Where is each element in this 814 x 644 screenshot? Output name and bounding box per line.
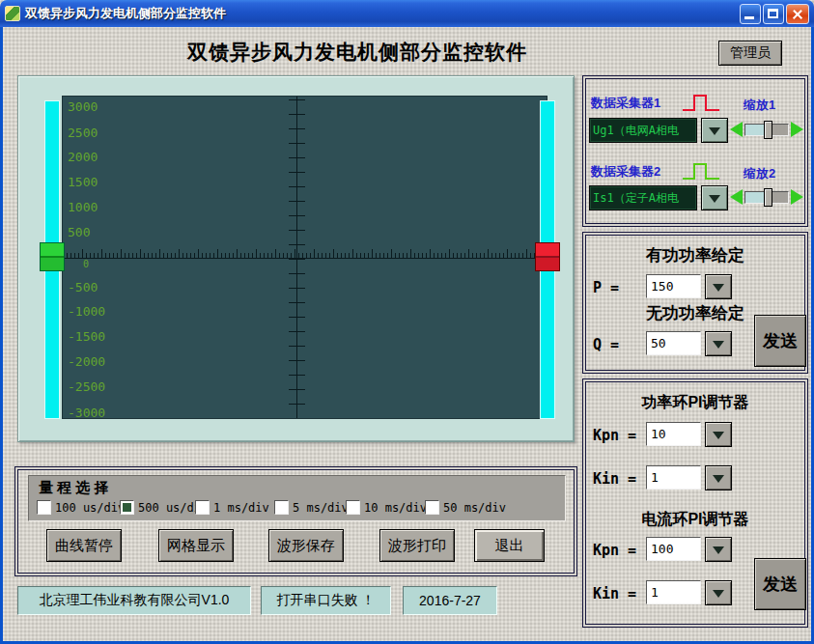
zoom1-label: 缩放1 [744, 97, 775, 114]
oscilloscope-panel: 3000 2500 2000 1500 1000 500 -500 -1000 … [17, 75, 575, 442]
zoom2-slider-handle[interactable] [764, 188, 772, 207]
y-axis-center-line [296, 97, 297, 418]
date-field: 2016-7-27 [403, 586, 497, 615]
zoom2-label: 缩放2 [744, 165, 775, 182]
print-waveform-button[interactable]: 波形打印 [379, 529, 455, 562]
y-axis-label: 2000 [68, 150, 98, 164]
chevron-down-icon [709, 127, 720, 141]
power-loop-title: 功率环PI调节器 [583, 393, 807, 413]
kpn2-dropdown-button[interactable] [705, 537, 732, 562]
kin2-dropdown-button[interactable] [705, 580, 732, 605]
company-version-field: 北京理工伟业科教有限公司V1.0 [17, 586, 251, 615]
kpn2-value-field[interactable]: 100 [646, 537, 701, 561]
p-label: P = [593, 279, 619, 296]
zoom2-slider-track[interactable] [744, 191, 789, 204]
pulse-icon-red [680, 90, 722, 115]
zoom2-decrease-arrow-icon[interactable] [722, 189, 743, 205]
kin1-dropdown-button[interactable] [705, 465, 732, 490]
y-axis-label: -3000 [68, 406, 105, 418]
zoom2-slider[interactable] [722, 189, 811, 205]
close-button[interactable] [786, 4, 809, 24]
channel1-select[interactable]: Ug1（电网A相电 [589, 118, 697, 143]
zoom1-slider-handle[interactable] [764, 121, 772, 139]
scope-plot-area: 3000 2500 2000 1500 1000 500 -500 -1000 … [62, 96, 547, 419]
p-dropdown-button[interactable] [705, 274, 732, 299]
kpn1-label: Kpn = [593, 427, 636, 444]
power-send-button[interactable]: 发送 [754, 315, 806, 367]
current-loop-title: 电流环PI调节器 [583, 510, 807, 530]
range-select-panel: 量 程 选 择 100 us/div 500 us/div 1 ms/div 5… [14, 466, 577, 576]
kin2-label: Kin = [593, 585, 636, 602]
maximize-icon [768, 9, 778, 18]
pi-send-button[interactable]: 发送 [754, 558, 806, 610]
window-border-left [0, 25, 3, 644]
y-axis-label: 500 [68, 225, 90, 239]
checkbox-icon[interactable] [346, 500, 360, 515]
range-option-1ms[interactable]: 1 ms/div [195, 500, 269, 515]
left-offset-slider-handle[interactable] [40, 242, 65, 271]
y-axis-label: -1500 [68, 329, 105, 344]
chevron-down-icon [713, 590, 724, 603]
collector1-label: 数据采集器1 [591, 95, 660, 112]
chevron-down-icon [713, 546, 724, 560]
zoom1-increase-arrow-icon[interactable] [791, 122, 811, 137]
power-setpoint-panel: 有功功率给定 P = 150 无功功率给定 Q = 50 发送 [582, 232, 808, 374]
pause-curve-button[interactable]: 曲线暂停 [46, 529, 122, 562]
save-waveform-button[interactable]: 波形保存 [268, 529, 344, 562]
chevron-down-icon [713, 432, 724, 445]
kpn1-value-field[interactable]: 10 [646, 422, 701, 446]
kin1-label: Kin = [593, 470, 636, 488]
chevron-down-icon [713, 284, 724, 297]
channel2-select[interactable]: Is1（定子A相电 [589, 185, 697, 210]
range-inset-panel: 量 程 选 择 100 us/div 500 us/div 1 ms/div 5… [28, 475, 566, 521]
range-title: 量 程 选 择 [39, 479, 109, 497]
data-acquisition-panel: 数据采集器1 缩放1 Ug1（电网A相电 数据采集器2 缩放2 Is1（定子A相… [582, 75, 808, 227]
window-title: 双馈异步风力发电机侧部分监控软件 [25, 5, 738, 22]
exit-button[interactable]: 退出 [474, 529, 545, 562]
pulse-icon-green [680, 158, 722, 183]
range-option-50ms[interactable]: 50 ms/div [425, 500, 506, 515]
y-axis-zero-label: 0 [83, 259, 89, 269]
y-axis-label: 3000 [68, 99, 98, 114]
checkbox-icon[interactable] [274, 500, 289, 515]
zoom1-slider-track[interactable] [744, 124, 789, 136]
maximize-button[interactable] [763, 4, 784, 24]
checkbox-icon[interactable] [195, 500, 210, 515]
chevron-down-icon [709, 195, 720, 209]
y-axis-label: -1000 [68, 304, 105, 319]
collector2-label: 数据采集器2 [591, 163, 660, 181]
range-option-10ms[interactable]: 10 ms/div [346, 500, 427, 515]
minimize-icon [744, 16, 754, 19]
y-axis-label: -500 [68, 280, 98, 294]
q-dropdown-button[interactable] [705, 331, 732, 356]
chevron-down-icon [713, 475, 724, 489]
admin-button[interactable]: 管理员 [718, 41, 782, 66]
right-offset-slider-handle[interactable] [535, 242, 560, 271]
zoom1-decrease-arrow-icon[interactable] [722, 122, 743, 137]
minimize-button[interactable] [740, 4, 761, 24]
chevron-down-icon [713, 341, 724, 354]
zoom2-increase-arrow-icon[interactable] [791, 189, 811, 205]
range-option-100us[interactable]: 100 us/div [37, 500, 125, 515]
y-axis-label: 1000 [68, 200, 98, 214]
checkbox-icon[interactable] [37, 500, 51, 515]
p-value-field[interactable]: 150 [646, 274, 701, 298]
checkbox-icon[interactable] [120, 500, 134, 515]
app-window: 双馈异步风力发电机侧部分监控软件 双馈异步风力发电机侧部分监控软件 管理员 30… [0, 0, 814, 644]
active-power-title: 有功功率给定 [583, 244, 807, 266]
q-value-field[interactable]: 50 [646, 331, 701, 355]
kpn2-label: Kpn = [593, 542, 636, 559]
y-axis-label: -2500 [68, 379, 105, 394]
kin2-value-field[interactable]: 1 [646, 580, 701, 604]
checkbox-icon[interactable] [425, 500, 439, 515]
y-axis-label: 2500 [68, 126, 98, 140]
serial-status-field: 打开串口失败 ！ [261, 586, 391, 615]
pi-regulator-panel: 功率环PI调节器 Kpn = 10 Kin = 1 电流环PI调节器 Kpn =… [582, 378, 808, 628]
zoom1-slider[interactable] [722, 122, 811, 137]
grid-display-button[interactable]: 网格显示 [158, 529, 234, 562]
range-option-5ms[interactable]: 5 ms/div [274, 500, 349, 515]
page-title: 双馈异步风力发电机侧部分监控软件 [145, 39, 570, 66]
kin1-value-field[interactable]: 1 [646, 465, 701, 490]
y-axis-label: 1500 [68, 175, 98, 189]
kpn1-dropdown-button[interactable] [705, 422, 732, 447]
